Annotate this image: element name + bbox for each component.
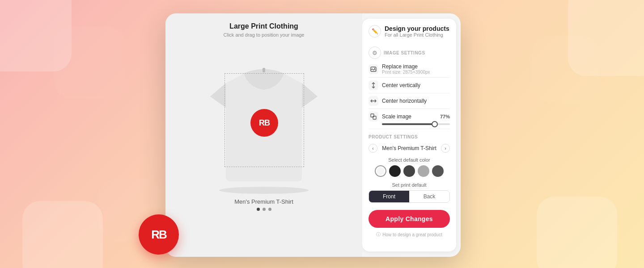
replace-image-row[interactable]: Replace image Print size: 2875×3900px	[369, 61, 450, 78]
help-label: How to design a great product	[382, 232, 442, 237]
product-nav: ‹ Men's Premium T-Shirt ›	[369, 142, 450, 155]
scale-image-icon	[369, 112, 378, 121]
bg-shape-6	[532, 36, 599, 103]
svg-rect-6	[371, 114, 374, 117]
bg-shape-7	[537, 197, 617, 268]
shirt-logo-text: RB	[259, 118, 270, 128]
swatch-medium-gray[interactable]	[418, 165, 429, 177]
center-vertically-icon	[369, 80, 378, 90]
main-card: Large Print Clothing Click and drag to p…	[165, 13, 461, 257]
product-nav-label: Men's Premium T-Shirt	[379, 145, 439, 151]
scale-value: 77%	[440, 114, 450, 119]
preview-panel: Large Print Clothing Click and drag to p…	[165, 13, 362, 257]
bg-shape-3	[22, 201, 103, 268]
swatch-white[interactable]	[375, 165, 386, 177]
product-name-label: Men's Premium T-Shirt	[234, 198, 293, 205]
dot-3[interactable]	[268, 208, 271, 211]
back-btn[interactable]: Back	[409, 191, 449, 202]
color-section: Select default color	[369, 155, 450, 180]
settings-panel: ✏️ Design your products For all Large Pr…	[362, 19, 456, 251]
product-prev-btn[interactable]: ‹	[369, 144, 377, 153]
dot-2[interactable]	[263, 208, 266, 211]
rb-logo-large-text: RB	[151, 228, 166, 242]
svg-rect-1	[263, 68, 265, 72]
print-default-section: Set print default Front Back	[369, 180, 450, 205]
replace-image-sub: Print size: 2875×3900px	[382, 70, 450, 75]
preview-title: Large Print Clothing	[229, 22, 298, 30]
shirt-logo: RB	[250, 109, 278, 137]
print-toggle: Front Back	[369, 190, 450, 203]
color-section-label: Select default color	[369, 157, 450, 163]
rb-logo-large: RB	[139, 214, 179, 255]
image-settings-label: Image settings	[384, 50, 425, 55]
product-next-btn[interactable]: ›	[441, 144, 450, 153]
replace-image-icon	[369, 64, 378, 74]
scale-slider-fill	[382, 123, 434, 125]
gear-icon-btn[interactable]: ⚙	[369, 46, 381, 59]
center-horizontally-row[interactable]: Center horizontally	[369, 93, 450, 109]
panel-header-text: Design your products For all Large Print…	[385, 25, 449, 38]
carousel-dots	[257, 208, 271, 211]
panel-subtitle: For all Large Print Clothing	[385, 32, 449, 38]
center-vertically-row[interactable]: Center vertically	[369, 78, 450, 93]
center-horizontally-icon	[369, 96, 378, 106]
pencil-icon-btn[interactable]: ✏️	[369, 25, 381, 38]
center-horizontally-label: Center horizontally	[382, 98, 427, 104]
product-settings-section: Product settings ‹ Men's Premium T-Shirt…	[369, 132, 450, 205]
product-settings-label: Product settings	[369, 134, 450, 139]
help-icon: ⓘ	[376, 231, 381, 238]
svg-point-3	[374, 67, 375, 68]
dot-1[interactable]	[257, 208, 260, 211]
bg-shape-2	[54, 27, 125, 98]
apply-changes-button[interactable]: Apply Changes	[369, 210, 450, 228]
swatch-charcoal[interactable]	[432, 165, 444, 177]
swatch-dark-gray[interactable]	[403, 165, 415, 177]
scale-image-label: Scale image	[382, 113, 436, 120]
preview-subtitle: Click and drag to position your image	[224, 32, 305, 38]
color-swatches	[369, 165, 450, 177]
replace-image-content: Replace image Print size: 2875×3900px	[382, 63, 450, 75]
swatch-black[interactable]	[389, 165, 401, 177]
svg-rect-7	[373, 116, 376, 119]
gear-area: ⚙ Image settings	[369, 46, 450, 59]
print-default-label: Set print default	[369, 182, 450, 188]
scale-slider-thumb[interactable]	[432, 121, 438, 127]
center-vertically-label: Center vertically	[382, 82, 420, 88]
front-btn[interactable]: Front	[369, 191, 409, 202]
scale-slider-track[interactable]	[382, 123, 450, 125]
svg-point-0	[219, 187, 309, 194]
replace-image-label: Replace image	[382, 63, 450, 70]
scale-image-row: Scale image 77%	[369, 109, 450, 129]
panel-header: ✏️ Design your products For all Large Pr…	[369, 25, 450, 42]
scale-row-top: Scale image 77%	[369, 112, 450, 121]
help-link[interactable]: ⓘ How to design a great product	[369, 231, 450, 238]
tshirt-area[interactable]: RB	[201, 43, 326, 195]
panel-title: Design your products	[385, 25, 449, 32]
